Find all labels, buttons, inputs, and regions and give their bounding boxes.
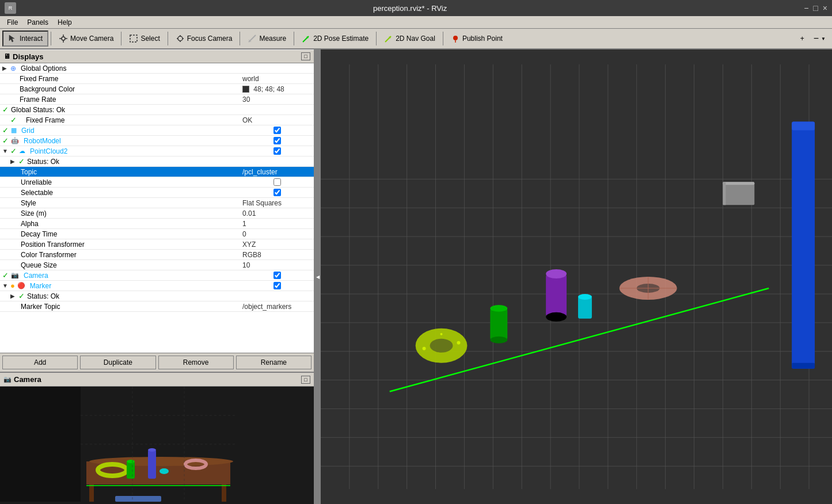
camera-panel-maximize[interactable]: □ [301,376,310,384]
row-grid[interactable]: ✓ ▦ Grid [0,125,314,136]
select-button[interactable]: Select [124,30,165,47]
add-button[interactable]: Add [2,356,78,369]
decay-label: Decay Time [18,230,242,238]
grid-cb[interactable] [273,127,281,134]
row-camera[interactable]: ✓ 📷 Camera [0,270,314,281]
expand-marker-status[interactable]: ▶ [10,293,18,299]
svg-rect-90 [792,122,815,369]
displays-buttons: Add Duplicate Remove Rename [0,353,314,372]
row-queue-size[interactable]: Queue Size 10 [0,260,314,270]
row-alpha[interactable]: Alpha 1 [0,219,314,229]
minimize-button[interactable]: − [804,3,808,13]
unreliable-checkbox[interactable] [242,178,311,186]
row-color-transformer[interactable]: Color Transformer RGB8 [0,250,314,260]
marker-status-check: ✓ [18,292,25,300]
robot-check: ✓ [2,136,9,145]
camera-panel-icon: 📷 [3,376,12,383]
svg-point-18 [453,36,458,40]
row-style[interactable]: Style Flat Squares [0,198,314,208]
2d-nav-button[interactable]: 2D Nav Goal [379,30,440,47]
maximize-button[interactable]: □ [813,3,818,13]
svg-rect-32 [148,450,156,479]
move-camera-button[interactable]: Move Camera [54,30,119,47]
row-selectable[interactable]: Selectable [0,188,314,198]
rename-button[interactable]: Rename [236,356,311,369]
menu-panels[interactable]: Panels [22,17,53,28]
robot-cb[interactable] [273,137,281,144]
topic-label: Topic [18,168,242,176]
svg-point-74 [440,333,443,335]
close-button[interactable]: × [823,3,827,13]
menu-file[interactable]: File [2,17,22,28]
3d-viewport[interactable] [321,49,832,504]
row-marker-topic[interactable]: Marker Topic /object_markers [0,301,314,312]
expand-pc2-status[interactable]: ▶ [10,158,18,165]
row-robot-model[interactable]: ✓ 🤖 RobotModel [0,136,314,146]
svg-point-34 [159,468,169,474]
pc2-checkbox[interactable] [242,147,311,155]
focus-camera-label: Focus Camera [187,35,233,43]
row-pc2-status[interactable]: ▶ ✓ Status: Ok [0,156,314,167]
grid-checkbox[interactable] [242,127,311,134]
displays-content[interactable]: ▶ ⊕ Global Options Fixed Frame world Bac… [0,63,314,353]
color-transformer-label: Color Transformer [18,251,242,259]
duplicate-button[interactable]: Duplicate [80,356,155,369]
marker-label: Marker [28,282,242,290]
camera-viewport[interactable] [0,387,314,504]
bg-color-text: 48; 48; 48 [253,85,284,93]
row-pointcloud2[interactable]: ▼ ✓ ☁ PointCloud2 [0,146,314,156]
marker-cb[interactable] [273,282,281,289]
unreliable-label: Unreliable [18,178,242,186]
svg-rect-91 [792,122,815,131]
selectable-checkbox[interactable] [242,189,311,196]
row-pos-transformer[interactable]: Position Transformer XYZ [0,239,314,250]
pc2-status-label: Status: Ok [25,158,311,166]
pc2-cb[interactable] [273,147,281,155]
expand-marker[interactable]: ▼ [2,282,10,289]
row-decay-time[interactable]: Decay Time 0 [0,229,314,239]
row-background-color[interactable]: Background Color 48; 48; 48 [0,84,314,94]
row-global-status[interactable]: ✓ Global Status: Ok [0,105,314,115]
marker-checkbox[interactable] [242,282,311,289]
marker-icon: 🔴 [17,282,25,289]
measure-button[interactable]: Measure [242,30,291,47]
bg-color-label: Background Color [10,85,242,93]
2d-pose-button[interactable]: 2D Pose Estimate [297,30,374,47]
toolbar: Interact Move Camera Select Focus Camera… [0,29,832,49]
robot-checkbox[interactable] [242,137,311,144]
row-fixed-frame-status[interactable]: ✓ Fixed Frame OK [0,115,314,125]
panel-collapse-button[interactable]: ◀ [315,49,321,504]
svg-rect-20 [0,387,81,502]
camera-checkbox[interactable] [242,272,311,279]
interact-button[interactable]: Interact [2,30,48,47]
remove-button[interactable]: Remove [158,356,234,369]
row-global-options[interactable]: ▶ ⊕ Global Options [0,63,314,74]
add-toolbar-button[interactable]: + [796,30,808,47]
svg-point-82 [578,294,592,300]
expand-global-options[interactable]: ▶ [2,65,10,71]
row-topic[interactable]: Topic /pcl_cluster [0,167,314,177]
window-controls[interactable]: − □ × [804,3,827,13]
frame-rate-value: 30 [242,96,311,104]
select-label: Select [140,35,159,43]
row-marker-status[interactable]: ▶ ✓ Status: Ok [0,291,314,301]
row-size[interactable]: Size (m) 0.01 [0,208,314,219]
fixed-frame-status-value: OK [242,116,311,124]
robot-label: RobotModel [21,137,242,145]
bg-color-value: 48; 48; 48 [242,85,311,93]
unreliable-cb[interactable] [273,178,281,186]
nav-icon [384,34,393,43]
selectable-cb[interactable] [273,189,281,196]
focus-camera-button[interactable]: Focus Camera [170,30,238,47]
camera-cb[interactable] [273,272,281,279]
expand-pc2[interactable]: ▼ [2,148,10,154]
menu-help[interactable]: Help [53,17,77,28]
row-marker[interactable]: ▼ ● 🔴 Marker [0,281,314,291]
svg-rect-25 [222,484,226,502]
remove-toolbar-button[interactable]: − ▼ [810,30,830,47]
displays-maximize[interactable]: □ [301,52,310,60]
row-unreliable[interactable]: Unreliable [0,177,314,188]
row-fixed-frame[interactable]: Fixed Frame world [0,74,314,84]
row-frame-rate[interactable]: Frame Rate 30 [0,94,314,105]
publish-point-button[interactable]: Publish Point [446,30,508,47]
